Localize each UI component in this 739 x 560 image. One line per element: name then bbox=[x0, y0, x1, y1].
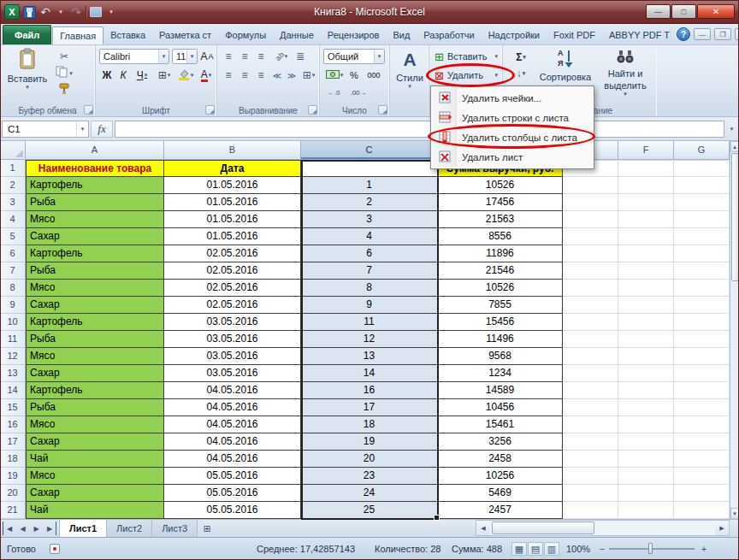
font-size-select[interactable]: 11▾ bbox=[172, 49, 198, 64]
cell-E16[interactable] bbox=[563, 416, 618, 433]
column-header-A[interactable]: A bbox=[26, 141, 164, 160]
cell-F15[interactable] bbox=[618, 399, 674, 416]
minimize-button[interactable]: — bbox=[646, 4, 671, 19]
cell-E6[interactable] bbox=[563, 245, 618, 262]
cell-B7[interactable]: 02.05.2016 bbox=[164, 262, 301, 280]
maximize-button[interactable]: □ bbox=[671, 4, 696, 19]
bold-button[interactable]: Ж bbox=[99, 68, 115, 83]
align-right-button[interactable]: ≡ bbox=[253, 68, 269, 83]
decrease-indent-button[interactable]: ≪ bbox=[270, 68, 284, 83]
cell-A16[interactable]: Мясо bbox=[26, 416, 164, 433]
cell-A14[interactable]: Картофель bbox=[26, 382, 164, 399]
save-button[interactable] bbox=[23, 4, 36, 20]
delete-cells-button[interactable]: ⊠ Удалить ▾ bbox=[432, 67, 500, 84]
tab-главная[interactable]: Главная bbox=[52, 27, 103, 44]
cell-G17[interactable] bbox=[674, 433, 730, 451]
qat-customize-button[interactable]: ▾ bbox=[105, 4, 117, 20]
cell-B13[interactable]: 03.05.2016 bbox=[164, 365, 301, 382]
cell-A10[interactable]: Картофель bbox=[26, 314, 164, 331]
undo-dropdown-icon[interactable]: ▾ bbox=[55, 4, 67, 20]
cell-A6[interactable]: Картофель bbox=[26, 245, 164, 262]
cell-B5[interactable]: 01.05.2016 bbox=[164, 228, 301, 245]
cell-E14[interactable] bbox=[563, 382, 618, 399]
italic-button[interactable]: К bbox=[115, 68, 131, 83]
cell-A2[interactable]: Картофель bbox=[26, 177, 164, 194]
menu-item-delete-columns[interactable]: Удалить столбцы с листа bbox=[433, 127, 592, 147]
tab-данные[interactable]: Данные bbox=[273, 27, 321, 44]
tab-вид[interactable]: Вид bbox=[386, 27, 417, 44]
cell-B10[interactable]: 03.05.2016 bbox=[164, 314, 301, 331]
font-color-button[interactable]: А▾ bbox=[197, 68, 216, 83]
cell-B6[interactable]: 02.05.2016 bbox=[164, 245, 301, 262]
cell-F2[interactable] bbox=[618, 177, 674, 194]
cell-C14[interactable]: 16 bbox=[301, 382, 438, 399]
cell-F3[interactable] bbox=[618, 194, 674, 211]
cell-B17[interactable]: 04.05.2016 bbox=[164, 433, 301, 451]
workbook-close-button[interactable]: ✕ bbox=[735, 28, 739, 40]
cell-G10[interactable] bbox=[674, 314, 730, 331]
row-header-4[interactable]: 4 bbox=[0, 211, 26, 228]
cell-A13[interactable]: Сахар bbox=[26, 365, 164, 382]
cell-A19[interactable]: Мясо bbox=[26, 468, 164, 485]
cell-G4[interactable] bbox=[674, 211, 730, 228]
align-middle-button[interactable]: ≡ bbox=[237, 49, 252, 64]
cell-A1[interactable]: Наименование товара bbox=[26, 160, 164, 177]
cell-G3[interactable] bbox=[674, 194, 730, 211]
orientation-button[interactable]: ab▾ bbox=[272, 49, 291, 64]
cell-D2[interactable]: 10526 bbox=[438, 177, 563, 194]
cell-B3[interactable]: 01.05.2016 bbox=[164, 194, 301, 211]
cell-B18[interactable]: 04.05.2016 bbox=[164, 451, 301, 468]
cell-F20[interactable] bbox=[618, 485, 674, 502]
accounting-format-button[interactable]: ▾ bbox=[323, 68, 346, 83]
cell-E3[interactable] bbox=[563, 194, 618, 211]
column-header-G[interactable]: G bbox=[674, 141, 730, 160]
cell-G18[interactable] bbox=[674, 451, 730, 468]
cell-B16[interactable]: 04.05.2016 bbox=[164, 416, 301, 433]
cell-C9[interactable]: 9 bbox=[301, 297, 438, 314]
row-header-9[interactable]: 9 bbox=[0, 297, 26, 314]
zoom-slider-thumb[interactable] bbox=[648, 543, 653, 554]
horizontal-scroll-thumb[interactable] bbox=[492, 522, 594, 534]
fill-color-button[interactable]: ▾ bbox=[175, 68, 196, 83]
cell-C11[interactable]: 12 bbox=[301, 331, 438, 348]
cell-A8[interactable]: Мясо bbox=[26, 280, 164, 297]
cell-E2[interactable] bbox=[563, 177, 618, 194]
cell-A15[interactable]: Рыба bbox=[26, 399, 164, 416]
cell-B14[interactable]: 04.05.2016 bbox=[164, 382, 301, 399]
cell-C1[interactable] bbox=[301, 160, 438, 177]
cell-C5[interactable]: 4 bbox=[301, 228, 438, 245]
cell-A11[interactable]: Рыба bbox=[26, 331, 164, 348]
row-header-18[interactable]: 18 bbox=[0, 451, 26, 468]
find-select-button[interactable]: Найти и выделить ▾ bbox=[597, 47, 653, 114]
cell-D18[interactable]: 2458 bbox=[438, 451, 563, 468]
cell-G6[interactable] bbox=[674, 245, 730, 262]
cell-C3[interactable]: 2 bbox=[301, 194, 438, 211]
horizontal-scrollbar[interactable]: ◀ ▶ bbox=[476, 520, 730, 536]
cell-C16[interactable]: 18 bbox=[301, 416, 438, 433]
formula-input[interactable] bbox=[115, 121, 724, 138]
menu-item-delete-cells[interactable]: Удалить ячейки... bbox=[433, 88, 592, 108]
row-header-13[interactable]: 13 bbox=[0, 365, 26, 382]
cell-F14[interactable] bbox=[618, 382, 674, 399]
row-header-11[interactable]: 11 bbox=[0, 331, 26, 348]
cell-D4[interactable]: 21563 bbox=[438, 211, 563, 228]
row-header-12[interactable]: 12 bbox=[0, 348, 26, 365]
formula-bar-expand-button[interactable]: ▾ bbox=[726, 126, 737, 133]
cell-G2[interactable] bbox=[674, 177, 730, 194]
cell-B12[interactable]: 03.05.2016 bbox=[164, 348, 301, 365]
cell-F7[interactable] bbox=[618, 262, 674, 280]
cell-F12[interactable] bbox=[618, 348, 674, 365]
cell-G16[interactable] bbox=[674, 416, 730, 433]
number-dialog-launcher[interactable]: ◢ bbox=[378, 105, 387, 115]
row-header-15[interactable]: 15 bbox=[0, 399, 26, 416]
first-sheet-button[interactable]: ◀ bbox=[3, 522, 15, 535]
tab-разработчи[interactable]: Разработчи bbox=[417, 27, 481, 44]
sheet-tab-лист1[interactable]: Лист1 bbox=[59, 520, 107, 537]
cell-F6[interactable] bbox=[618, 245, 674, 262]
row-header-5[interactable]: 5 bbox=[0, 228, 26, 245]
name-box[interactable]: C1 ▾ bbox=[2, 121, 89, 138]
cell-G13[interactable] bbox=[674, 365, 730, 382]
cell-C13[interactable]: 14 bbox=[301, 365, 438, 382]
cell-E12[interactable] bbox=[563, 348, 618, 365]
cut-button[interactable]: ✂ bbox=[53, 49, 75, 64]
